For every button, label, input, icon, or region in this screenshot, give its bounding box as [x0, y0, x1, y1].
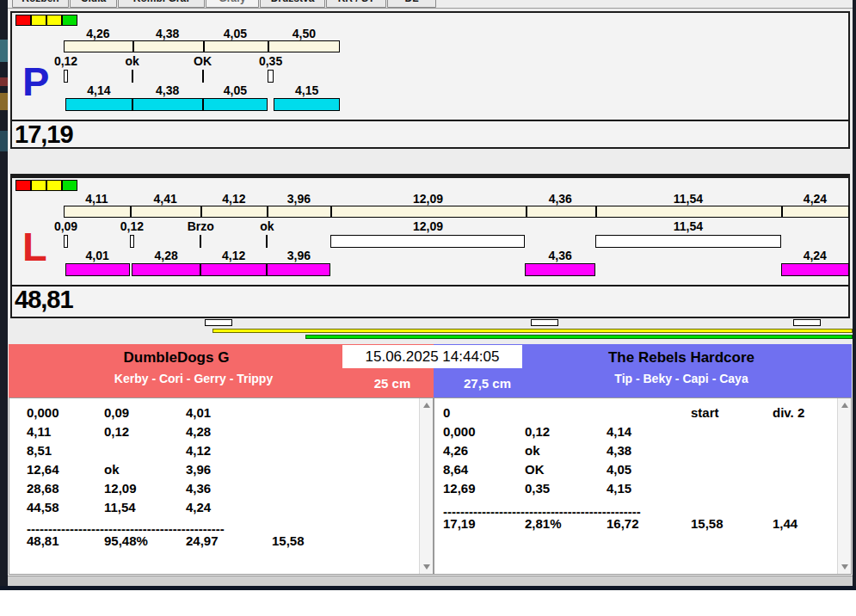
dog-run-segment	[274, 98, 341, 111]
table-cell: 4,14	[607, 424, 631, 439]
panel-l-divider-line	[12, 285, 848, 286]
scroll-down-button[interactable]	[838, 560, 851, 574]
arrow-down-icon	[423, 564, 430, 570]
bottom-segment-label: 4,38	[138, 83, 198, 97]
window-outer-border	[0, 586, 856, 590]
dog-run-segment	[132, 98, 203, 111]
team-right-name: The Rebels Hardcore	[515, 349, 847, 367]
total-cell: 1,44	[773, 516, 797, 531]
start-delay-box	[130, 235, 134, 248]
green-progress-bar	[305, 335, 853, 339]
total-cell: 15,58	[272, 533, 305, 548]
scroll-up-button[interactable]	[838, 398, 851, 412]
status-square	[31, 15, 46, 26]
bottom-segment-label: 4,24	[785, 249, 845, 262]
desktop-fleck	[0, 131, 8, 151]
segment-divider	[330, 206, 332, 217]
status-square	[31, 180, 46, 191]
total-cell: 2,81%	[525, 516, 562, 531]
datetime-display: 15.06.2025 14:44:05	[342, 345, 522, 368]
total-cell: 24,97	[186, 533, 219, 548]
top-segment-label: 4,12	[204, 192, 264, 206]
table-cell: 0,09	[104, 405, 129, 420]
table-cell: 0,12	[525, 424, 550, 439]
panel-l-total-time: 48,81	[15, 286, 73, 314]
top-segment-label: 4,41	[135, 192, 195, 206]
table-cell: 12,69	[443, 481, 476, 496]
bottom-segment-label: 4,05	[205, 83, 265, 97]
tab-rozbeh[interactable]: Rozbeh	[12, 0, 69, 8]
marker-label: 0,35	[241, 54, 301, 68]
dead-time-span-box	[595, 235, 781, 248]
tab-bar: RozbehCidlaKombi GrafGrafyDruzstvaKR / S…	[8, 0, 853, 9]
table-cell: 4,28	[186, 424, 211, 439]
marker-label: OK	[173, 54, 233, 68]
scrollbar[interactable]	[419, 398, 433, 574]
scrollbar[interactable]	[837, 398, 851, 574]
segment-divider	[132, 41, 134, 52]
dead-time-span-box	[330, 235, 525, 248]
segment-divider	[595, 206, 597, 217]
table-cell: 12,09	[104, 481, 137, 496]
dog-run-segment	[267, 263, 330, 276]
table-cell: start	[691, 405, 719, 420]
marker-label: 0,12	[36, 54, 96, 68]
marker-label: ok	[102, 54, 163, 68]
tab-grafy[interactable]: Grafy	[206, 0, 259, 8]
segment-divider	[267, 206, 268, 217]
marker-label: 12,09	[397, 219, 458, 233]
table-cell: 11,54	[104, 500, 136, 514]
total-cell: 17,19	[443, 516, 476, 531]
desktop-edge	[0, 0, 8, 586]
tab-cidla[interactable]: Cidla	[70, 0, 117, 8]
status-square	[62, 15, 77, 26]
panel-p-divider-line	[12, 120, 848, 121]
window-right-border	[853, 0, 856, 586]
start-delay-box	[64, 235, 68, 248]
timeline-marker-box	[205, 319, 232, 326]
segment-divider	[526, 206, 527, 217]
table-cell: 28,68	[27, 481, 59, 496]
bottom-segment-label: 4,14	[69, 83, 129, 97]
table-cell: 8,64	[443, 462, 468, 477]
top-segment-label: 12,09	[397, 192, 458, 206]
table-cell: 4,11	[27, 424, 51, 439]
bottom-segment-label: 4,36	[530, 249, 590, 262]
tab-druzstva[interactable]: Druzstva	[260, 0, 325, 8]
team-right-height: 27,5 cm	[442, 376, 533, 391]
top-segment-label: 11,54	[658, 192, 718, 206]
panel-p-total-time: 17,19	[15, 120, 73, 149]
scroll-up-button[interactable]	[420, 398, 433, 412]
total-cell: 15,58	[691, 516, 724, 531]
top-segment-label: 3,96	[268, 192, 329, 206]
dog-run-segment	[781, 263, 849, 276]
status-square	[62, 180, 77, 191]
marker-label: 0,09	[36, 219, 96, 233]
marker-label: ok	[237, 219, 297, 233]
tab-dl[interactable]: DL	[387, 0, 436, 8]
total-cell: 16,72	[607, 516, 639, 531]
dog-run-segment	[65, 98, 132, 111]
start-delay-box	[268, 70, 274, 83]
status-square	[46, 180, 62, 191]
graph-panel-l: L 48,81 4,114,414,123,9612,094,3611,544,…	[10, 174, 850, 318]
team-left-height: 25 cm	[354, 376, 430, 391]
timing-tick	[200, 235, 201, 248]
table-cell: 12,64	[27, 462, 59, 477]
results-table-left: 0,0000,094,014,110,124,288,514,1212,64ok…	[9, 397, 434, 575]
table-cell: 4,36	[186, 481, 211, 496]
scroll-down-button[interactable]	[420, 560, 433, 574]
start-delay-box	[64, 70, 68, 83]
table-cell: 0,35	[525, 481, 550, 496]
dog-run-segment	[525, 263, 595, 276]
arrow-up-icon	[841, 403, 848, 408]
timing-tick	[202, 70, 204, 83]
table-cell: 0	[443, 405, 450, 420]
tab-kr-st[interactable]: KR / ST	[326, 0, 386, 8]
total-cell: 48,81	[27, 533, 59, 548]
dog-run-segment	[200, 263, 267, 276]
tab-kombi-graf[interactable]: Kombi Graf	[118, 0, 205, 8]
table-cell: ok	[104, 462, 120, 477]
dog-run-segment	[203, 98, 268, 111]
table-cell: OK	[525, 462, 545, 477]
